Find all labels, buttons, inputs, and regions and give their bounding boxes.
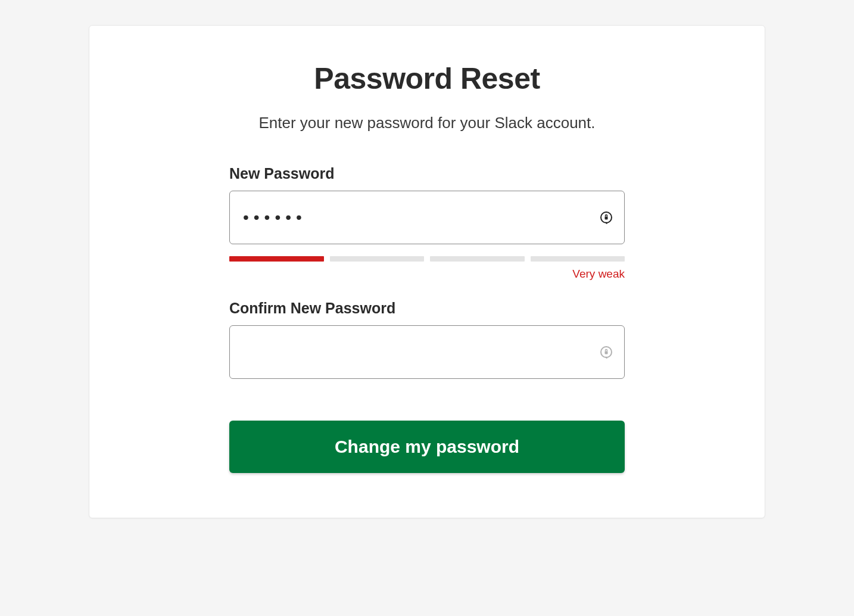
subtitle: Enter your new password for your Slack a…: [229, 114, 625, 132]
new-password-input[interactable]: [229, 191, 625, 244]
svg-rect-1: [605, 217, 608, 220]
password-manager-icon[interactable]: [599, 210, 614, 225]
password-manager-icon[interactable]: [599, 344, 614, 360]
confirm-password-label: Confirm New Password: [229, 300, 625, 317]
new-password-input-wrap: [229, 191, 625, 244]
confirm-password-group: Confirm New Password: [229, 300, 625, 379]
svg-rect-3: [605, 351, 608, 354]
change-password-button[interactable]: Change my password: [229, 421, 625, 473]
strength-bar-2: [330, 256, 425, 262]
password-strength-text: Very weak: [229, 267, 625, 281]
confirm-password-input-wrap: [229, 325, 625, 379]
password-strength-meter: [229, 256, 625, 262]
page-title: Password Reset: [229, 61, 625, 96]
strength-bar-1: [229, 256, 324, 262]
new-password-group: New Password Very weak: [229, 165, 625, 281]
new-password-label: New Password: [229, 165, 625, 182]
strength-bar-4: [531, 256, 625, 262]
password-reset-card: Password Reset Enter your new password f…: [89, 25, 765, 518]
confirm-password-input[interactable]: [229, 325, 625, 379]
strength-bar-3: [430, 256, 525, 262]
